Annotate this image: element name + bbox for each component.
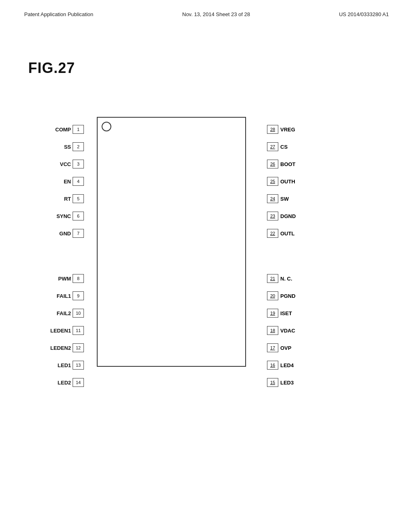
pin-box-left-3: 3 <box>73 160 84 168</box>
pin-right-20: 20PGND <box>267 291 298 300</box>
pin-name-left-7: GND <box>48 231 73 237</box>
pin-name-left-6: SYNC <box>48 213 73 219</box>
pin-name-right-26: BOOT <box>278 161 298 167</box>
pin-name-left-3: VCC <box>48 161 73 167</box>
pin-box-right-16: 16 <box>267 361 278 370</box>
pin-right-24: 24SW <box>267 194 298 203</box>
ic-box <box>97 117 246 367</box>
pin-box-right-28: 28 <box>267 125 278 134</box>
ic-diagram: COMP1SS2VCC3EN4RT5SYNC6GND7PWM8FAIL19FAI… <box>48 93 298 379</box>
pin-box-left-4: 4 <box>73 177 84 186</box>
pin-left-9: FAIL19 <box>48 291 84 300</box>
pin-name-right-25: OUTH <box>278 179 298 185</box>
pin-right-26: 26BOOT <box>267 160 298 168</box>
pin-box-left-7: 7 <box>73 229 84 238</box>
pin-box-right-27: 27 <box>267 142 278 151</box>
pin-box-right-18: 18 <box>267 326 278 335</box>
pin-right-18: 18VDAC <box>267 326 298 335</box>
pin-box-right-24: 24 <box>267 194 278 203</box>
pin-box-right-25: 25 <box>267 177 278 186</box>
pin-box-left-9: 9 <box>73 291 84 300</box>
pin-name-left-11: LEDEN1 <box>48 328 73 334</box>
pin-left-5: RT5 <box>48 194 84 203</box>
pin-name-right-20: PGND <box>278 293 298 299</box>
pin-name-right-19: ISET <box>278 310 298 316</box>
pin-right-15: 15LED3 <box>267 378 298 387</box>
pin-name-left-10: FAIL2 <box>48 310 73 316</box>
header-right: US 2014/0333280 A1 <box>339 11 389 17</box>
ic-notch <box>102 122 111 131</box>
pin-name-left-8: PWM <box>48 276 73 282</box>
pin-box-right-19: 19 <box>267 309 278 318</box>
pin-left-4: EN4 <box>48 177 84 186</box>
pin-name-right-24: SW <box>278 196 298 202</box>
pin-box-left-11: 11 <box>73 326 84 335</box>
pin-right-27: 27CS <box>267 142 298 151</box>
pin-box-left-8: 8 <box>73 274 84 283</box>
pin-box-right-20: 20 <box>267 291 278 300</box>
pin-box-left-6: 6 <box>73 212 84 220</box>
pin-box-left-12: 12 <box>73 343 84 352</box>
pin-left-14: LED214 <box>48 378 84 387</box>
pin-name-right-15: LED3 <box>278 380 298 386</box>
pin-left-13: LED113 <box>48 361 84 370</box>
pin-name-left-2: SS <box>48 144 73 150</box>
header-left: Patent Application Publication <box>24 11 93 17</box>
pin-left-6: SYNC6 <box>48 212 84 220</box>
pin-name-right-27: CS <box>278 144 298 150</box>
pin-right-25: 25OUTH <box>267 177 298 186</box>
pin-name-left-13: LED1 <box>48 362 73 368</box>
pin-name-left-14: LED2 <box>48 380 73 386</box>
pin-box-left-1: 1 <box>73 125 84 134</box>
header-middle: Nov. 13, 2014 Sheet 23 of 28 <box>182 11 250 17</box>
pin-name-left-4: EN <box>48 179 73 185</box>
pin-left-2: SS2 <box>48 142 84 151</box>
pin-right-19: 19ISET <box>267 309 298 318</box>
pin-box-right-17: 17 <box>267 343 278 352</box>
pin-box-right-23: 23 <box>267 212 278 220</box>
pin-name-right-22: OUTL <box>278 231 298 237</box>
pin-box-left-13: 13 <box>73 361 84 370</box>
pin-right-23: 23DGND <box>267 212 298 220</box>
pin-box-left-5: 5 <box>73 194 84 203</box>
pin-name-right-16: LED4 <box>278 362 298 368</box>
pin-box-right-26: 26 <box>267 160 278 168</box>
pin-left-11: LEDEN111 <box>48 326 84 335</box>
pin-name-left-1: COMP <box>48 127 73 133</box>
pin-name-left-12: LEDEN2 <box>48 345 73 351</box>
page-header: Patent Application Publication Nov. 13, … <box>0 0 413 17</box>
pin-name-left-5: RT <box>48 196 73 202</box>
pin-box-right-15: 15 <box>267 378 278 387</box>
pin-left-7: GND7 <box>48 229 84 238</box>
pin-left-10: FAIL210 <box>48 309 84 318</box>
pin-box-right-21: 21 <box>267 274 278 283</box>
pin-name-right-18: VDAC <box>278 328 298 334</box>
pin-box-left-14: 14 <box>73 378 84 387</box>
pin-right-17: 17OVP <box>267 343 298 352</box>
pin-name-right-21: N. C. <box>278 276 298 282</box>
pin-box-left-10: 10 <box>73 309 84 318</box>
pin-name-right-17: OVP <box>278 345 298 351</box>
pin-box-left-2: 2 <box>73 142 84 151</box>
pin-left-12: LEDEN212 <box>48 343 84 352</box>
pin-left-8: PWM8 <box>48 274 84 283</box>
fig-title: FIG.27 <box>28 60 75 77</box>
pin-name-right-28: VREG <box>278 127 298 133</box>
pin-right-28: 28VREG <box>267 125 298 134</box>
pin-name-right-23: DGND <box>278 213 298 219</box>
pin-box-right-22: 22 <box>267 229 278 238</box>
pin-right-22: 22OUTL <box>267 229 298 238</box>
pin-left-3: VCC3 <box>48 160 84 168</box>
pin-left-1: COMP1 <box>48 125 84 134</box>
pin-right-16: 16LED4 <box>267 361 298 370</box>
pin-name-left-9: FAIL1 <box>48 293 73 299</box>
pin-right-21: 21N. C. <box>267 274 298 283</box>
